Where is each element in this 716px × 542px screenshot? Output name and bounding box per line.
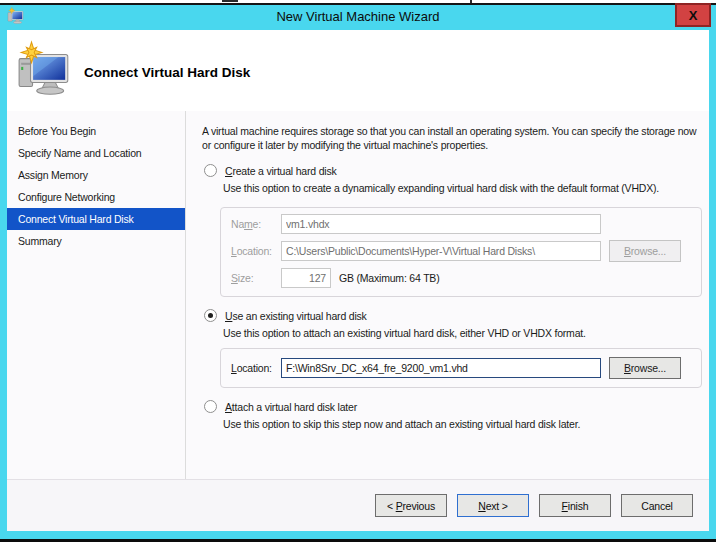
radio-existing-disk-label[interactable]: Use an existing virtual hard disk bbox=[225, 310, 367, 322]
sidebar-item-assign-memory: Assign Memory bbox=[7, 164, 185, 186]
radio-existing-disk[interactable] bbox=[204, 309, 217, 322]
wizard-body: Before You Begin Specify Name and Locati… bbox=[7, 111, 709, 479]
next-button[interactable]: Next > bbox=[457, 494, 529, 517]
sidebar-item-specify-name-and-location: Specify Name and Location bbox=[7, 142, 185, 164]
sidebar: Before You Begin Specify Name and Locati… bbox=[7, 111, 185, 479]
screen: New Virtual Machine Wizard X bbox=[0, 0, 716, 542]
size-unit-text: GB (Maximum: 64 TB) bbox=[339, 272, 439, 284]
location-field-row: Location: Browse... bbox=[231, 240, 691, 262]
vm-wizard-icon bbox=[7, 7, 25, 25]
radio-attach-later-label[interactable]: Attach a virtual hard disk later bbox=[225, 401, 357, 413]
intro-text: A virtual machine requires storage so th… bbox=[202, 124, 703, 152]
new-vm-icon bbox=[16, 40, 74, 100]
create-disk-option[interactable]: Create a virtual hard disk bbox=[204, 164, 703, 177]
browse-button[interactable]: Browse... bbox=[609, 357, 681, 379]
attach-later-description: Use this option to skip this step now an… bbox=[223, 418, 703, 431]
cancel-button[interactable]: Cancel bbox=[621, 494, 693, 517]
sidebar-item-configure-networking: Configure Networking bbox=[7, 186, 185, 208]
size-input bbox=[281, 268, 331, 288]
name-field-row: Name: bbox=[231, 214, 691, 234]
titlebar: New Virtual Machine Wizard X bbox=[0, 5, 716, 28]
wizard-window: New Virtual Machine Wizard X bbox=[0, 3, 716, 542]
radio-attach-later[interactable] bbox=[204, 400, 217, 413]
create-disk-description: Use this option to create a dynamically … bbox=[223, 182, 703, 195]
create-disk-fields-group: Name: Location: Browse... Size: GB (Maxi… bbox=[220, 207, 702, 297]
finish-button[interactable]: Finish bbox=[539, 494, 611, 517]
attach-later-option[interactable]: Attach a virtual hard disk later bbox=[204, 400, 703, 413]
existing-location-input[interactable] bbox=[281, 358, 601, 378]
size-label: Size: bbox=[231, 272, 281, 284]
existing-disk-location-group: Location: Browse... bbox=[220, 348, 702, 388]
radio-create-disk[interactable] bbox=[204, 164, 217, 177]
content-area: A virtual machine requires storage so th… bbox=[186, 111, 709, 479]
existing-location-label: Location: bbox=[231, 362, 281, 374]
location-input bbox=[281, 241, 601, 261]
sidebar-item-before-you-begin: Before You Begin bbox=[7, 120, 185, 142]
sidebar-item-connect-virtual-hard-disk: Connect Virtual Hard Disk bbox=[7, 208, 185, 230]
existing-disk-description: Use this option to attach an existing vi… bbox=[223, 327, 703, 340]
size-field-row: Size: GB (Maximum: 64 TB) bbox=[231, 268, 691, 288]
existing-disk-option[interactable]: Use an existing virtual hard disk bbox=[204, 309, 703, 322]
name-input bbox=[281, 214, 601, 234]
existing-location-row: Location: Browse... bbox=[231, 357, 691, 379]
background-window-text-fragment bbox=[222, 0, 238, 2]
previous-button[interactable]: < Previous bbox=[375, 494, 447, 517]
browse-button-disabled: Browse... bbox=[609, 240, 681, 262]
wizard-header: Connect Virtual Hard Disk bbox=[7, 30, 709, 111]
radio-create-disk-label[interactable]: Create a virtual hard disk bbox=[225, 165, 337, 177]
wizard-panel: Connect Virtual Hard Disk Before You Beg… bbox=[7, 30, 709, 531]
footer-button-bar: < Previous Next > Finish Cancel bbox=[7, 479, 709, 531]
location-label: Location: bbox=[231, 245, 281, 257]
close-icon: X bbox=[689, 8, 698, 23]
close-button[interactable]: X bbox=[675, 3, 711, 27]
window-title: New Virtual Machine Wizard bbox=[276, 9, 439, 24]
page-title: Connect Virtual Hard Disk bbox=[84, 65, 250, 80]
sidebar-item-summary: Summary bbox=[7, 230, 185, 252]
name-label: Name: bbox=[231, 218, 281, 230]
